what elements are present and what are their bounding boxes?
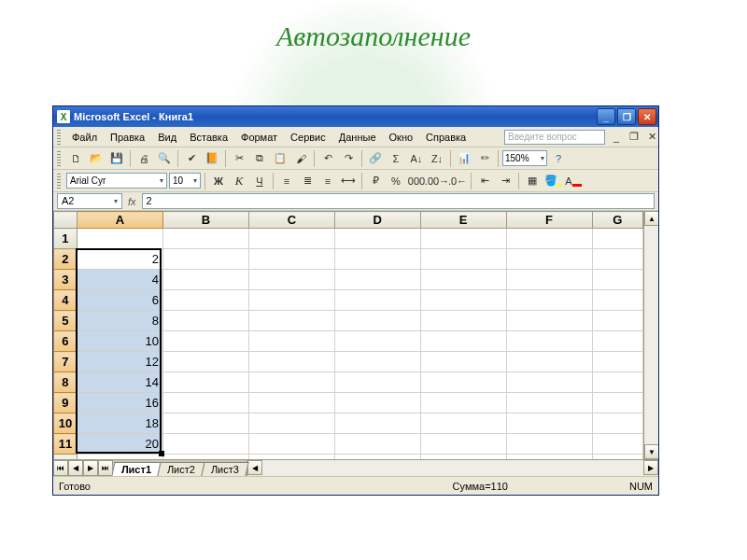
row-header-7[interactable]: 7 bbox=[54, 352, 78, 372]
horizontal-scrollbar[interactable]: ◀ ▶ bbox=[247, 460, 658, 476]
copy-icon[interactable]: ⧉ bbox=[250, 149, 269, 168]
cell-B5[interactable] bbox=[162, 311, 248, 331]
cell-D11[interactable] bbox=[334, 434, 420, 455]
vertical-scrollbar[interactable]: ▲ ▼ bbox=[643, 211, 658, 459]
column-header-E[interactable]: E bbox=[420, 212, 506, 229]
align-center-icon[interactable]: ≣ bbox=[298, 172, 317, 190]
doc-minimize-button[interactable]: _ bbox=[610, 131, 623, 144]
sheet-next-icon[interactable]: ▶ bbox=[83, 460, 98, 476]
align-left-icon[interactable]: ≡ bbox=[277, 172, 296, 190]
cell-G12[interactable] bbox=[592, 455, 642, 460]
align-right-icon[interactable]: ≡ bbox=[318, 172, 337, 190]
cell-F5[interactable] bbox=[506, 311, 592, 331]
spellcheck-icon[interactable]: ✔ bbox=[182, 149, 201, 168]
cell-D3[interactable] bbox=[334, 270, 420, 290]
cell-B7[interactable] bbox=[162, 352, 248, 372]
comma-style-icon[interactable]: 000 bbox=[407, 172, 426, 190]
print-preview-icon[interactable]: 🔍 bbox=[155, 149, 174, 168]
cell-E6[interactable] bbox=[420, 331, 506, 352]
sort-desc-icon[interactable]: Z↓ bbox=[428, 149, 446, 168]
help-search-input[interactable]: Введите вопрос bbox=[504, 130, 605, 145]
cell-D10[interactable] bbox=[334, 413, 420, 434]
merge-center-icon[interactable]: ⟷ bbox=[339, 172, 358, 190]
cell-E11[interactable] bbox=[420, 434, 506, 455]
cell-E9[interactable] bbox=[420, 393, 506, 413]
font-size-select[interactable]: 10 bbox=[169, 173, 201, 189]
cell-F8[interactable] bbox=[506, 372, 592, 393]
print-icon[interactable]: 🖨 bbox=[134, 149, 153, 168]
help-icon[interactable]: ? bbox=[549, 149, 568, 168]
redo-icon[interactable]: ↷ bbox=[339, 149, 358, 168]
format-painter-icon[interactable]: 🖌 bbox=[291, 149, 310, 168]
sheet-tab-1[interactable]: Лист1 bbox=[111, 462, 161, 476]
cell-A10[interactable]: 18 bbox=[77, 413, 162, 434]
cell-E5[interactable] bbox=[420, 311, 506, 331]
column-header-C[interactable]: C bbox=[248, 212, 334, 229]
borders-icon[interactable]: ▦ bbox=[523, 172, 542, 190]
toolbar-handle[interactable] bbox=[57, 151, 61, 166]
cell-A4[interactable]: 6 bbox=[77, 290, 162, 311]
cell-F7[interactable] bbox=[506, 352, 592, 372]
sheet-tab-3[interactable]: Лист3 bbox=[202, 462, 249, 476]
sheet-last-icon[interactable]: ⏭ bbox=[98, 460, 113, 476]
cell-G9[interactable] bbox=[592, 393, 642, 413]
row-header-11[interactable]: 11 bbox=[54, 434, 78, 455]
cell-G2[interactable] bbox=[592, 249, 642, 270]
cell-B2[interactable] bbox=[162, 249, 248, 270]
cell-B10[interactable] bbox=[162, 413, 248, 434]
cell-E4[interactable] bbox=[420, 290, 506, 311]
sheet-first-icon[interactable]: ⏮ bbox=[53, 460, 68, 476]
cell-D2[interactable] bbox=[334, 249, 420, 270]
cell-C4[interactable] bbox=[248, 290, 334, 311]
cell-A3[interactable]: 4 bbox=[77, 270, 162, 290]
decrease-decimal-icon[interactable]: .0← bbox=[448, 172, 467, 190]
row-header-12[interactable]: 12 bbox=[54, 455, 78, 460]
scroll-left-icon[interactable]: ◀ bbox=[247, 460, 262, 475]
cell-E7[interactable] bbox=[420, 352, 506, 372]
bold-button[interactable]: Ж bbox=[209, 172, 228, 190]
row-header-3[interactable]: 3 bbox=[54, 270, 78, 290]
column-header-F[interactable]: F bbox=[506, 212, 592, 229]
cell-C5[interactable] bbox=[248, 311, 334, 331]
cell-B1[interactable] bbox=[162, 229, 248, 249]
row-header-2[interactable]: 2 bbox=[54, 249, 78, 270]
zoom-select[interactable]: 150% bbox=[502, 150, 547, 166]
cell-C3[interactable] bbox=[248, 270, 334, 290]
cell-G8[interactable] bbox=[592, 372, 642, 393]
cell-D9[interactable] bbox=[334, 393, 420, 413]
decrease-indent-icon[interactable]: ⇤ bbox=[475, 172, 494, 190]
cell-B11[interactable] bbox=[162, 434, 248, 455]
menu-help[interactable]: Справка bbox=[420, 130, 472, 145]
open-icon[interactable]: 📂 bbox=[87, 149, 106, 168]
cell-B6[interactable] bbox=[162, 331, 248, 352]
drawing-icon[interactable]: ✏ bbox=[475, 149, 494, 168]
cell-F4[interactable] bbox=[506, 290, 592, 311]
column-header-D[interactable]: D bbox=[334, 212, 420, 229]
cell-A8[interactable]: 14 bbox=[77, 372, 162, 393]
menu-data[interactable]: Данные bbox=[333, 130, 382, 145]
sort-asc-icon[interactable]: A↓ bbox=[407, 149, 426, 168]
cell-G1[interactable] bbox=[592, 229, 642, 249]
cell-B3[interactable] bbox=[162, 270, 248, 290]
cell-A5[interactable]: 8 bbox=[77, 311, 162, 331]
worksheet-grid[interactable]: ABCDEFG1223446586107128149161018112012 ▲… bbox=[53, 211, 658, 476]
sheet-prev-icon[interactable]: ◀ bbox=[68, 460, 83, 476]
cell-A1[interactable] bbox=[77, 229, 162, 249]
cell-D7[interactable] bbox=[334, 352, 420, 372]
doc-restore-button[interactable]: ❐ bbox=[627, 131, 641, 144]
cell-G6[interactable] bbox=[592, 331, 642, 352]
cell-C12[interactable] bbox=[248, 455, 334, 460]
cell-E12[interactable] bbox=[420, 455, 506, 460]
menu-window[interactable]: Окно bbox=[384, 130, 419, 145]
cell-C10[interactable] bbox=[248, 413, 334, 434]
paste-icon[interactable]: 📋 bbox=[271, 149, 289, 168]
column-header-B[interactable]: B bbox=[162, 212, 248, 229]
cell-G4[interactable] bbox=[592, 290, 642, 311]
cell-C11[interactable] bbox=[248, 434, 334, 455]
name-box[interactable]: A2 bbox=[57, 193, 122, 209]
autosum-icon[interactable]: Σ bbox=[387, 149, 405, 168]
cell-D4[interactable] bbox=[334, 290, 420, 311]
toolbar-handle[interactable] bbox=[57, 130, 61, 145]
italic-button[interactable]: К bbox=[230, 172, 248, 190]
undo-icon[interactable]: ↶ bbox=[318, 149, 337, 168]
